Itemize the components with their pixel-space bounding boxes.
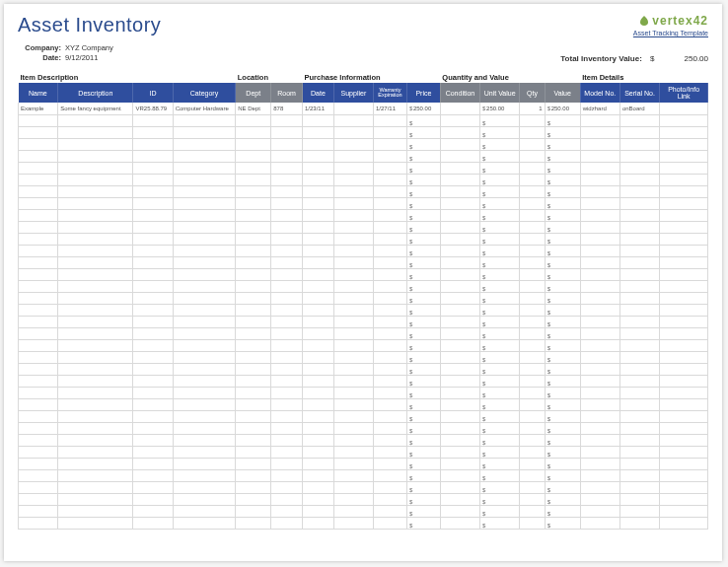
cell[interactable] [271, 292, 303, 304]
cell[interactable] [19, 280, 58, 292]
cell[interactable] [271, 469, 303, 481]
cell[interactable] [333, 469, 373, 481]
cell[interactable] [303, 197, 334, 209]
cell[interactable] [333, 209, 373, 221]
cell[interactable] [58, 481, 133, 493]
cell[interactable] [480, 209, 520, 221]
cell[interactable] [619, 327, 659, 339]
cell[interactable] [545, 446, 580, 458]
col-warranty[interactable]: Warranty Expiration [374, 83, 407, 103]
col-supplier[interactable]: Supplier [333, 83, 373, 103]
cell[interactable] [173, 410, 236, 422]
cell[interactable] [406, 138, 440, 150]
cell[interactable] [19, 446, 58, 458]
col-serial[interactable]: Serial No. [619, 83, 659, 103]
cell[interactable] [333, 434, 373, 446]
cell[interactable] [580, 256, 619, 268]
cell[interactable] [133, 339, 173, 351]
cell[interactable] [520, 138, 545, 150]
cell[interactable] [374, 162, 407, 174]
cell[interactable] [374, 174, 407, 185]
cell[interactable] [660, 280, 708, 292]
cell[interactable] [660, 375, 708, 387]
cell[interactable] [333, 162, 373, 174]
cell[interactable] [333, 114, 373, 126]
cell[interactable] [545, 197, 580, 209]
cell[interactable] [271, 138, 303, 150]
cell[interactable] [374, 138, 407, 150]
cell[interactable] [440, 469, 479, 481]
cell[interactable] [374, 351, 407, 363]
cell[interactable] [520, 387, 545, 398]
cell[interactable] [374, 387, 407, 398]
cell[interactable] [619, 505, 659, 517]
cell[interactable] [236, 517, 271, 529]
cell[interactable] [374, 434, 407, 446]
cell[interactable] [271, 316, 303, 327]
cell[interactable] [133, 469, 173, 481]
cell[interactable] [333, 221, 373, 233]
cell[interactable]: onBoard [619, 103, 659, 114]
cell[interactable] [520, 316, 545, 327]
cell[interactable] [271, 114, 303, 126]
cell[interactable] [133, 446, 173, 458]
cell[interactable] [480, 351, 520, 363]
cell[interactable] [271, 126, 303, 138]
cell[interactable] [580, 351, 619, 363]
cell[interactable] [545, 280, 580, 292]
cell[interactable] [303, 398, 334, 410]
cell[interactable] [19, 126, 58, 138]
brand-link[interactable]: Asset Tracking Template [633, 30, 708, 36]
cell[interactable] [520, 422, 545, 434]
cell[interactable] [480, 434, 520, 446]
cell[interactable] [374, 114, 407, 126]
cell[interactable] [236, 221, 271, 233]
cell[interactable] [173, 339, 236, 351]
cell[interactable] [58, 339, 133, 351]
cell[interactable] [406, 434, 440, 446]
col-qty[interactable]: Qty [520, 83, 545, 103]
cell[interactable] [619, 245, 659, 256]
cell[interactable] [480, 493, 520, 505]
cell[interactable] [19, 197, 58, 209]
cell[interactable] [520, 209, 545, 221]
cell[interactable] [660, 387, 708, 398]
cell[interactable] [406, 292, 440, 304]
cell[interactable] [333, 256, 373, 268]
cell[interactable] [173, 150, 236, 162]
cell[interactable] [374, 185, 407, 197]
cell[interactable] [480, 197, 520, 209]
cell[interactable] [545, 221, 580, 233]
cell[interactable] [580, 446, 619, 458]
cell[interactable] [271, 327, 303, 339]
cell[interactable] [520, 304, 545, 316]
cell[interactable] [303, 387, 334, 398]
cell[interactable] [133, 174, 173, 185]
cell[interactable] [303, 458, 334, 469]
cell[interactable] [619, 233, 659, 245]
cell[interactable] [303, 233, 334, 245]
cell[interactable] [236, 138, 271, 150]
col-value[interactable]: Value [545, 83, 580, 103]
cell[interactable] [580, 398, 619, 410]
cell[interactable] [236, 410, 271, 422]
cell[interactable] [440, 197, 479, 209]
cell[interactable] [374, 268, 407, 280]
cell[interactable] [406, 363, 440, 375]
cell[interactable] [545, 126, 580, 138]
cell[interactable] [520, 114, 545, 126]
cell[interactable] [303, 114, 334, 126]
cell[interactable] [545, 316, 580, 327]
cell[interactable] [406, 304, 440, 316]
cell[interactable] [236, 339, 271, 351]
cell[interactable] [619, 197, 659, 209]
cell[interactable] [58, 493, 133, 505]
cell[interactable] [303, 280, 334, 292]
cell[interactable] [580, 339, 619, 351]
cell[interactable] [660, 126, 708, 138]
cell[interactable] [236, 481, 271, 493]
cell[interactable] [303, 209, 334, 221]
cell[interactable] [303, 162, 334, 174]
cell[interactable] [173, 387, 236, 398]
cell[interactable] [520, 469, 545, 481]
